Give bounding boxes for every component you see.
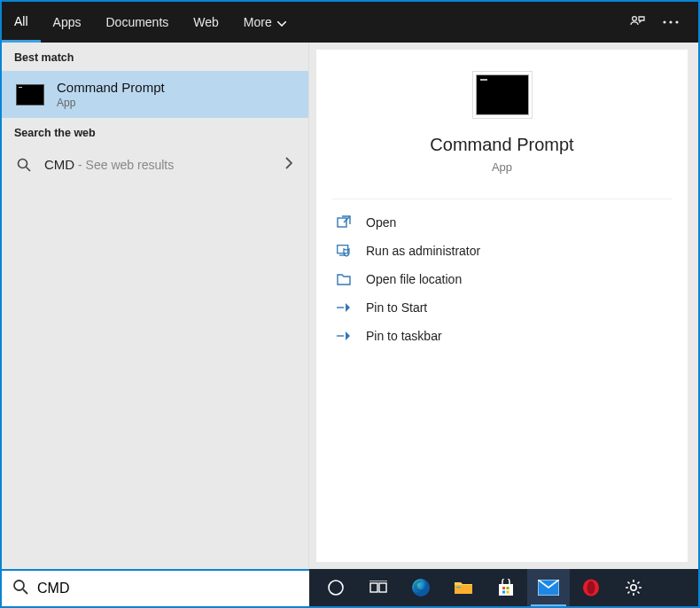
search-input[interactable]: [37, 581, 299, 596]
web-result-text: CMD - See web results: [44, 157, 174, 173]
tab-documents[interactable]: Documents: [93, 2, 181, 43]
chevron-right-icon: [285, 157, 292, 173]
svg-point-8: [14, 581, 24, 590]
svg-rect-17: [499, 584, 513, 596]
tab-more[interactable]: More: [231, 2, 299, 43]
svg-point-4: [19, 160, 27, 168]
settings-gear-icon[interactable]: [612, 569, 655, 606]
preview-actions: Open Run as administrator Open file loca…: [316, 205, 688, 354]
tab-web[interactable]: Web: [181, 2, 231, 43]
web-suffix: - See web results: [74, 158, 174, 172]
svg-rect-16: [456, 587, 461, 588]
taskbar: [309, 569, 698, 606]
admin-icon: [336, 245, 352, 258]
tab-label: More: [244, 15, 272, 29]
tab-label: Documents: [105, 15, 168, 29]
preview-title: Command Prompt: [430, 135, 573, 155]
action-open-location[interactable]: Open file location: [327, 265, 677, 293]
svg-rect-11: [370, 583, 377, 592]
action-label: Open file location: [366, 272, 462, 286]
tab-label: All: [14, 14, 28, 28]
svg-point-0: [633, 17, 637, 21]
svg-point-25: [631, 585, 636, 590]
action-label: Open: [366, 215, 396, 230]
action-run-admin[interactable]: Run as administrator: [327, 237, 677, 265]
svg-line-9: [23, 589, 27, 594]
result-texts: Command Prompt App: [57, 80, 165, 109]
svg-line-5: [27, 168, 31, 172]
search-icon: [16, 157, 32, 173]
svg-rect-7: [337, 245, 347, 253]
feedback-icon[interactable]: [629, 14, 645, 30]
store-icon[interactable]: [485, 569, 527, 606]
svg-rect-18: [502, 587, 505, 589]
search-header: All Apps Documents Web More: [2, 2, 698, 43]
web-query: CMD: [44, 157, 74, 172]
command-prompt-icon: [16, 84, 44, 105]
svg-point-10: [329, 581, 343, 595]
results-panel: Best match Command Prompt App Search the…: [2, 43, 309, 569]
action-label: Pin to taskbar: [366, 329, 442, 343]
search-web-heading: Search the web: [2, 118, 308, 146]
header-right: [629, 2, 698, 43]
bottom-row: [2, 569, 698, 606]
action-label: Pin to Start: [366, 300, 427, 315]
task-view-icon[interactable]: [357, 569, 400, 606]
result-title: Command Prompt: [57, 80, 165, 95]
more-options-icon[interactable]: [663, 20, 679, 24]
open-icon: [336, 215, 352, 230]
preview-subtitle: App: [492, 160, 512, 174]
result-subtitle: App: [57, 97, 165, 109]
svg-rect-15: [455, 585, 472, 594]
action-pin-taskbar[interactable]: Pin to taskbar: [327, 322, 677, 350]
svg-rect-19: [507, 587, 509, 589]
svg-point-2: [669, 20, 672, 23]
search-icon: [12, 579, 28, 598]
action-label: Run as administrator: [366, 244, 480, 258]
edge-icon[interactable]: [400, 569, 442, 606]
search-body: Best match Command Prompt App Search the…: [2, 43, 698, 569]
svg-point-1: [663, 20, 665, 23]
svg-rect-6: [338, 218, 346, 227]
svg-rect-20: [502, 591, 505, 594]
preview-panel-container: Command Prompt App Open: [309, 43, 698, 569]
file-explorer-icon[interactable]: [442, 569, 485, 606]
chevron-down-icon: [277, 15, 286, 29]
tab-all[interactable]: All: [2, 2, 41, 43]
preview-panel: Command Prompt App Open: [316, 50, 688, 562]
tab-label: Web: [193, 15, 219, 29]
preview-header: Command Prompt App: [316, 74, 688, 174]
action-open[interactable]: Open: [327, 208, 677, 237]
search-filter-tabs: All Apps Documents Web More: [2, 2, 299, 43]
action-pin-start[interactable]: Pin to Start: [327, 293, 677, 322]
svg-rect-12: [379, 583, 386, 592]
pin-start-icon: [336, 301, 352, 314]
tab-label: Apps: [53, 15, 82, 29]
cortana-icon[interactable]: [315, 569, 357, 606]
mail-icon[interactable]: [527, 569, 570, 606]
opera-icon[interactable]: [570, 569, 612, 606]
search-bar[interactable]: [2, 569, 309, 606]
svg-point-24: [587, 581, 595, 595]
folder-icon: [336, 273, 352, 285]
svg-point-3: [675, 20, 678, 23]
start-search-window: All Apps Documents Web More: [0, 0, 700, 608]
svg-rect-21: [507, 591, 509, 594]
tab-apps[interactable]: Apps: [41, 2, 94, 43]
divider: [332, 199, 672, 199]
command-prompt-large-icon: [476, 74, 529, 115]
result-command-prompt[interactable]: Command Prompt App: [2, 71, 308, 118]
best-match-heading: Best match: [2, 43, 308, 71]
pin-taskbar-icon: [336, 330, 352, 342]
web-result-cmd[interactable]: CMD - See web results: [2, 146, 308, 183]
